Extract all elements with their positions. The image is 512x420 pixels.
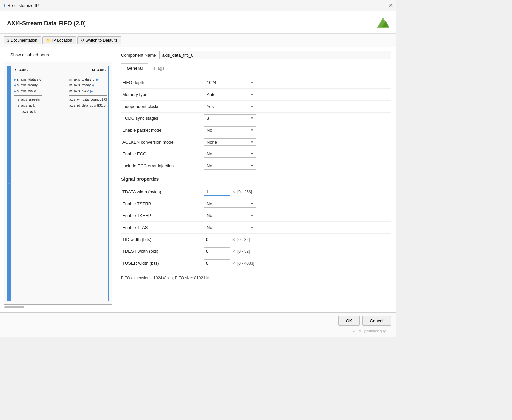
cancel-button[interactable]: Cancel — [362, 316, 391, 326]
general-settings: FIFO depth 1024 ▼ Memory type Auto — [121, 77, 391, 172]
dropdown-arrow-icon: ▼ — [250, 140, 254, 144]
port-item: m_axis_tvalid ▶ — [69, 88, 107, 94]
tid-label: TID width (bits) — [121, 237, 204, 242]
port-item: m_axis_tready ◀ — [69, 82, 107, 88]
tid-range: [0 - 32] — [237, 237, 250, 242]
packet-mode-dropdown[interactable]: No ▼ — [204, 126, 256, 134]
horizontal-scrollbar[interactable] — [4, 305, 112, 309]
location-icon: 📁 — [46, 38, 51, 43]
diagram-area: I S_AXIS M_AXIS — [4, 62, 112, 305]
titlebar-left: ℹ Re-customize IP — [4, 3, 39, 8]
tab-general[interactable]: General — [121, 63, 148, 73]
port-item: axis_wr_data_count[31:0] — [69, 97, 107, 103]
show-disabled-row: Show disabled ports — [4, 50, 112, 59]
main-window: ℹ Re-customize IP ✕ AXI4-Stream Data FIF… — [0, 0, 396, 337]
packet-mode-label: Enable packet mode — [121, 128, 204, 133]
tuser-clear-icon[interactable]: ✕ — [232, 261, 235, 266]
tdata-input[interactable] — [204, 188, 230, 196]
show-disabled-label: Show disabled ports — [10, 52, 49, 57]
port-item: — m_axis_aclk — [14, 109, 42, 114]
s-axis-label: S_AXIS — [15, 68, 28, 72]
tdata-clear-icon[interactable]: ✕ — [232, 190, 235, 194]
port-item: — s_axis_aresetn — [14, 97, 42, 103]
fifo-depth-dropdown[interactable]: 1024 ▼ — [204, 79, 256, 86]
cdc-sync-label: CDC sync stages — [121, 116, 204, 121]
right-panel: Component Name General Flags FIFO depth … — [116, 47, 396, 312]
app-icon: ℹ — [4, 3, 5, 8]
main-content: Show disabled ports I S_AXIS M_AXIS — [0, 47, 396, 312]
port-item: ▶ s_axis_tdata[7:0] — [14, 77, 42, 82]
tlast-dropdown[interactable]: No ▼ — [204, 224, 256, 231]
setting-row-independent-clocks: Independent clocks Yes ▼ — [121, 101, 391, 113]
window-title: Re-customize IP — [7, 3, 39, 8]
ip-location-button[interactable]: 📁 IP Location — [42, 36, 76, 44]
signal-settings: TDATA width (bytes) ✕ [0 - 256] Enable T… — [121, 186, 391, 269]
dropdown-arrow-icon: ▼ — [250, 128, 254, 132]
fifo-depth-label: FIFO depth — [121, 80, 204, 85]
setting-row-ecc-inject: Include ECC error injection No ▼ — [121, 160, 391, 172]
signal-properties-title: Signal properties — [121, 177, 391, 183]
switch-defaults-button[interactable]: ↺ Switch to Defaults — [77, 36, 121, 44]
dropdown-arrow-icon: ▼ — [250, 116, 254, 120]
documentation-button[interactable]: ℹ Documentation — [4, 36, 41, 44]
ok-button[interactable]: OK — [338, 316, 360, 326]
tab-flags[interactable]: Flags — [148, 63, 170, 73]
independent-clocks-dropdown[interactable]: Yes ▼ — [204, 103, 256, 110]
tdest-label: TDEST width (bits) — [121, 249, 204, 254]
setting-row-tuser: TUSER width (bits) ✕ [0 - 4083] — [121, 257, 391, 269]
ip-location-label: IP Location — [52, 38, 72, 43]
left-signals: ▶ s_axis_tdata[7:0] ◀ s_axis_tready ▶ — [14, 77, 42, 114]
setting-row-tkeep: Enable TKEEP No ▼ — [121, 210, 391, 222]
logo-icon — [376, 17, 390, 30]
dropdown-arrow-icon: ▼ — [250, 164, 254, 168]
tdata-label: TDATA width (bytes) — [121, 189, 204, 194]
tdest-input[interactable] — [204, 247, 230, 255]
watermark: CSDSM_@titiback.guy — [6, 328, 391, 334]
setting-row-cdc-sync: CDC sync stages 3 ▼ — [121, 113, 391, 124]
left-panel: Show disabled ports I S_AXIS M_AXIS — [0, 47, 116, 312]
aclken-dropdown[interactable]: None ▼ — [204, 138, 256, 146]
component-name-row: Component Name — [121, 51, 391, 59]
tdest-clear-icon[interactable]: ✕ — [232, 249, 235, 254]
app-title: AXI4-Stream Data FIFO (2.0) — [7, 20, 86, 27]
ecc-dropdown[interactable]: No ▼ — [204, 150, 256, 158]
memory-type-label: Memory type — [121, 92, 204, 97]
tid-input[interactable] — [204, 236, 230, 243]
component-name-label: Component Name — [121, 53, 156, 58]
tstrb-dropdown[interactable]: No ▼ — [204, 200, 256, 208]
component-name-input[interactable] — [159, 51, 391, 59]
dropdown-arrow-icon: ▼ — [250, 202, 254, 206]
setting-row-tstrb: Enable TSTRB No ▼ — [121, 198, 391, 210]
tkeep-dropdown[interactable]: No ▼ — [204, 212, 256, 219]
tstrb-label: Enable TSTRB — [121, 201, 204, 206]
m-axis-label: M_AXIS — [92, 68, 106, 72]
right-signals: m_axis_tdata[7:0] ▶ m_axis_tready ◀ m_ax… — [69, 77, 107, 114]
setting-row-aclken: ACLKEN conversion mode None ▼ — [121, 136, 391, 148]
setting-row-fifo-depth: FIFO depth 1024 ▼ — [121, 77, 391, 89]
setting-row-tlast: Enable TLAST No ▼ — [121, 222, 391, 234]
ecc-inject-label: Include ECC error injection — [121, 163, 204, 168]
refresh-icon: ↺ — [81, 38, 84, 43]
titlebar: ℹ Re-customize IP ✕ — [0, 0, 396, 11]
tlast-label: Enable TLAST — [121, 225, 204, 230]
setting-row-tdata: TDATA width (bytes) ✕ [0 - 256] — [121, 186, 391, 198]
switch-defaults-label: Switch to Defaults — [86, 38, 118, 43]
close-button[interactable]: ✕ — [389, 2, 393, 9]
ecc-inject-dropdown[interactable]: No ▼ — [204, 162, 256, 170]
header-area: AXI4-Stream Data FIFO (2.0) — [0, 11, 396, 34]
cdc-sync-dropdown[interactable]: 3 ▼ — [204, 114, 256, 122]
dropdown-arrow-icon: ▼ — [250, 81, 254, 84]
setting-row-packet-mode: Enable packet mode No ▼ — [121, 124, 391, 136]
documentation-label: Documentation — [11, 38, 37, 43]
tabs-bar: General Flags — [121, 63, 391, 73]
tuser-range: [0 - 4083] — [237, 261, 254, 266]
port-item: — s_axis_aclk — [14, 103, 42, 109]
tkeep-label: Enable TKEEP — [121, 213, 204, 218]
toolbar: ℹ Documentation 📁 IP Location ↺ Switch t… — [0, 34, 396, 47]
memory-type-dropdown[interactable]: Auto ▼ — [204, 91, 256, 98]
tuser-input[interactable] — [204, 259, 230, 267]
port-item: ◀ s_axis_tready — [14, 82, 42, 88]
tid-clear-icon[interactable]: ✕ — [232, 237, 235, 242]
dropdown-arrow-icon: ▼ — [250, 226, 254, 229]
show-disabled-checkbox[interactable] — [4, 53, 8, 57]
